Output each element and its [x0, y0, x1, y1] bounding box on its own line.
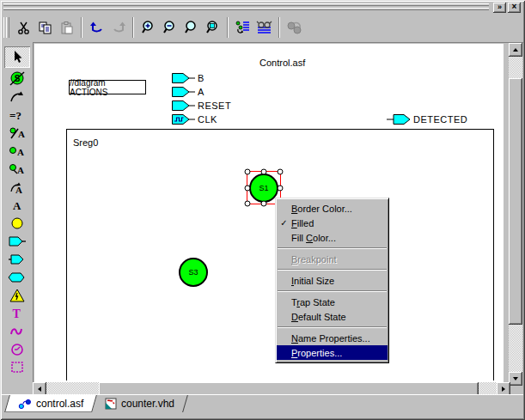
scroll-up-button[interactable]	[509, 43, 522, 57]
tool-transition[interactable]	[4, 88, 30, 106]
dock-grip[interactable]	[3, 3, 489, 6]
editor-viewport[interactable]: Control.asf //diagram ACTIONS B A RESET …	[33, 42, 523, 394]
selection-handle[interactable]	[261, 169, 267, 175]
zoom-out-button[interactable]	[159, 17, 180, 39]
wave-icon	[9, 326, 25, 338]
diagram-actions-annotation[interactable]: //diagram ACTIONS	[69, 80, 146, 94]
scroll-left-button[interactable]	[33, 382, 46, 394]
zoom-area-button[interactable]	[202, 17, 223, 39]
state-machine-button[interactable]	[284, 17, 305, 39]
menu-item-trap-state[interactable]: Trap State	[277, 295, 388, 309]
copy-button[interactable]	[34, 17, 56, 39]
zoom-full-button[interactable]	[180, 17, 202, 39]
action-pen-icon: A	[9, 125, 26, 140]
tool-state[interactable]: S	[4, 70, 30, 88]
cut-button[interactable]	[13, 17, 34, 39]
zoom-area-icon	[205, 20, 221, 35]
transition-arrow-icon	[9, 90, 25, 103]
scroll-down-button[interactable]	[509, 372, 522, 386]
menu-separator	[278, 290, 387, 292]
state-stamp-icon: S	[9, 70, 26, 87]
tool-input-port[interactable]	[4, 232, 30, 250]
paste-button[interactable]	[56, 17, 77, 39]
state-machine-label: Sreg0	[73, 137, 98, 148]
menu-item-label: Filled	[291, 218, 314, 228]
tool-condition[interactable]: =?	[4, 106, 30, 124]
input-port-clk[interactable]: CLK	[172, 114, 217, 125]
redo-button[interactable]	[107, 17, 129, 39]
menu-item-filled[interactable]: ✓Filled	[277, 216, 388, 230]
vhdl-file-icon	[105, 398, 117, 410]
tool-output-port[interactable]	[4, 250, 30, 268]
pointer-icon	[10, 50, 24, 64]
output-port-detected[interactable]: DETECTED	[387, 114, 467, 125]
input-port-reset[interactable]: RESET	[172, 100, 231, 111]
scrollbar-thumb[interactable]	[509, 78, 522, 325]
menu-item-default-state[interactable]: Default State	[277, 309, 388, 324]
menu-item-breakpoint: Breakpoint	[277, 252, 388, 266]
menu-item-label: Trap State	[291, 297, 335, 307]
menu-item-initial-size[interactable]: Initial Size	[277, 273, 388, 288]
selection-handle[interactable]	[245, 185, 251, 191]
selection-handle[interactable]	[245, 201, 251, 207]
tool-transition-action[interactable]: A	[4, 178, 30, 196]
toolbar-grip[interactable]	[3, 17, 9, 38]
close-button[interactable]: ×	[508, 3, 521, 13]
tool-frame[interactable]	[4, 358, 30, 376]
state-s3[interactable]: S3	[179, 258, 208, 287]
undo-button[interactable]	[86, 17, 107, 39]
arrow-right-icon	[502, 387, 508, 392]
scrollbar-thumb[interactable]	[99, 382, 479, 394]
input-port-b[interactable]: B	[172, 73, 205, 83]
context-menu: Border Color...✓FilledFill Color...Break…	[275, 198, 389, 363]
copy-icon	[38, 21, 52, 35]
menu-item-border-color[interactable]: Border Color...	[277, 201, 388, 216]
svg-text:=?: =?	[9, 109, 21, 121]
signal-hexagon-icon	[8, 272, 27, 283]
redo-icon	[111, 21, 126, 34]
selection-handle[interactable]	[278, 169, 284, 175]
toolbar-dock-strip: » ×	[2, 2, 523, 13]
arrow-up-icon	[513, 46, 518, 52]
warning-triangle-icon	[9, 289, 25, 302]
generate-hdl-button[interactable]	[232, 17, 253, 39]
tool-state-shape[interactable]	[4, 214, 30, 232]
input-port-a[interactable]: A	[172, 87, 205, 97]
tab-counter-vhd[interactable]: counter.vhd	[92, 395, 188, 412]
tool-action[interactable]: A	[4, 124, 30, 142]
tool-select-pointer[interactable]	[4, 46, 30, 68]
zoom-in-button[interactable]	[137, 17, 159, 39]
scroll-right-button[interactable]	[497, 382, 510, 394]
horizontal-scrollbar[interactable]	[33, 382, 510, 394]
menu-item-fill-color[interactable]: Fill Color...	[277, 230, 388, 245]
selection-handle[interactable]	[261, 201, 267, 207]
tab-control-asf[interactable]: control.asf	[4, 395, 97, 412]
menu-item-name-properties[interactable]: Name Properties...	[277, 331, 388, 345]
diagram-title: Control.asf	[259, 58, 305, 68]
tool-signal[interactable]	[4, 268, 30, 286]
condition-icon: =?	[9, 109, 26, 121]
menu-separator	[278, 326, 387, 328]
tool-exit-action[interactable]: A	[4, 160, 30, 178]
tool-assertion[interactable]	[4, 286, 30, 304]
dock-grip[interactable]	[3, 8, 489, 10]
input-port-icon	[8, 236, 27, 247]
clock-icon	[10, 343, 24, 356]
menu-item-label: Default State	[291, 312, 346, 322]
tool-entry-action[interactable]: A	[4, 142, 30, 160]
circle-icon	[10, 216, 24, 230]
view-hdl-button[interactable]	[253, 17, 275, 39]
toolbar-overflow-button[interactable]: »	[493, 3, 506, 13]
tool-text[interactable]: A	[4, 196, 30, 214]
tool-wave[interactable]	[4, 322, 30, 340]
tool-title[interactable]: T	[4, 304, 30, 322]
selection-handle[interactable]	[278, 185, 284, 191]
vertical-scrollbar[interactable]	[509, 43, 522, 386]
zoom-full-icon	[184, 20, 199, 35]
input-port-icon	[172, 87, 196, 97]
tool-clock[interactable]	[4, 340, 30, 358]
selection-handle[interactable]	[245, 169, 251, 175]
menu-item-properties[interactable]: Properties...	[277, 345, 388, 360]
clock-port-icon	[172, 114, 196, 125]
title-t-icon: T	[11, 307, 23, 320]
